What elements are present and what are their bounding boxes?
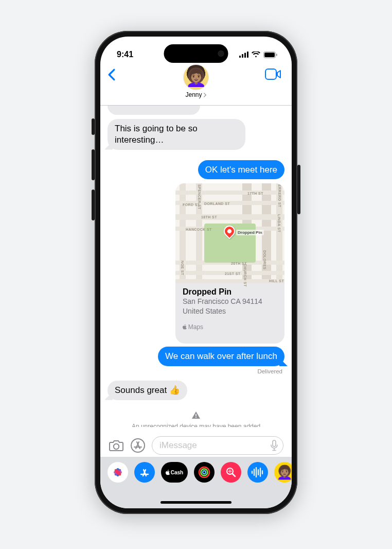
- svg-rect-7: [265, 69, 276, 79]
- location-country: United States: [183, 307, 277, 316]
- apple-logo-icon: [183, 324, 187, 330]
- screen: 9:41 👩🏽‍🦱 Jenny: [100, 37, 292, 508]
- svg-point-23: [203, 471, 206, 474]
- message-input[interactable]: iMessage: [152, 436, 283, 455]
- iphone-frame: 9:41 👩🏽‍🦱 Jenny: [95, 31, 297, 514]
- apple-cash-app[interactable]: Cash: [161, 462, 188, 483]
- contact-name: Jenny: [185, 91, 202, 98]
- apple-cash-label: Cash: [171, 470, 183, 475]
- location-source-app: Maps: [188, 323, 203, 331]
- street-label: ERRERO ST: [278, 184, 281, 207]
- facetime-button[interactable]: [265, 68, 281, 82]
- chevron-right-icon: [203, 93, 207, 97]
- svg-rect-5: [264, 53, 275, 57]
- svg-rect-6: [276, 54, 277, 56]
- front-camera: [218, 50, 224, 57]
- imessage-app-dock[interactable]: Cash 👩🏽‍🦱: [100, 457, 292, 508]
- memoji-app[interactable]: 👩🏽‍🦱: [274, 462, 292, 483]
- volume-down-button: [92, 190, 95, 220]
- fitness-app[interactable]: [194, 462, 215, 483]
- street-label: 18TH ST: [201, 215, 217, 219]
- location-title: Dropped Pin: [183, 287, 277, 297]
- outgoing-message[interactable]: OK let's meet here: [198, 160, 284, 180]
- location-attachment[interactable]: FORD ST DORLAND ST 18TH ST HANCOCK ST 17…: [175, 183, 284, 344]
- app-store-app[interactable]: [134, 462, 155, 483]
- street-label: CHURCH ST: [243, 264, 247, 287]
- street-label: 17TH ST: [247, 192, 263, 195]
- svg-rect-0: [239, 56, 241, 58]
- street-label: NOE ST: [181, 261, 184, 275]
- incoming-message[interactable]: Sounds great 👍: [108, 381, 187, 400]
- svg-rect-12: [273, 440, 276, 447]
- side-button: [297, 165, 300, 214]
- svg-point-10: [114, 444, 119, 449]
- street-label: HANCOCK ST: [186, 228, 212, 231]
- wifi-icon: [252, 52, 260, 58]
- home-indicator[interactable]: [161, 501, 231, 504]
- incoming-message[interactable]: This is going to be so interesting…: [108, 119, 245, 150]
- dynamic-island: [164, 44, 228, 63]
- street-label: DOLORES: [263, 250, 266, 269]
- contact-avatar: 👩🏽‍🦱: [183, 64, 209, 90]
- location-address: San Francisco CA 94114: [183, 297, 277, 306]
- street-label: SPENCER ST: [198, 184, 201, 210]
- app-store-button[interactable]: [130, 438, 146, 453]
- warning-icon: [192, 411, 200, 419]
- contact-header[interactable]: 👩🏽‍🦱 Jenny: [183, 64, 209, 98]
- message-input-bar: iMessage: [100, 434, 292, 457]
- map-preview: FORD ST DORLAND ST 18TH ST HANCOCK ST 17…: [175, 183, 284, 282]
- ring-silent-switch: [92, 118, 95, 135]
- svg-rect-8: [195, 414, 197, 416]
- outgoing-message[interactable]: We can walk over after lunch: [158, 347, 284, 366]
- conversation-header: 👩🏽‍🦱 Jenny: [100, 64, 292, 106]
- back-button[interactable]: [108, 64, 116, 83]
- volume-up-button: [92, 149, 95, 180]
- street-label: HILL ST: [269, 279, 284, 283]
- find-my-app[interactable]: [221, 462, 241, 483]
- svg-point-9: [195, 417, 197, 418]
- battery-icon: [263, 52, 277, 58]
- street-label: DORLAND ST: [204, 202, 230, 205]
- notice-text: An unrecognized device may have been add…: [132, 423, 260, 427]
- dictation-icon[interactable]: [271, 440, 278, 451]
- camera-button[interactable]: [109, 439, 124, 452]
- svg-point-11: [131, 439, 145, 452]
- map-pin-label: Dropped Pin: [236, 230, 264, 235]
- svg-point-22: [201, 469, 208, 476]
- security-notice: An unrecognized device may have been add…: [108, 411, 284, 427]
- svg-rect-1: [242, 54, 243, 58]
- svg-rect-3: [247, 52, 248, 58]
- svg-rect-2: [244, 53, 246, 58]
- message-list[interactable]: This is going to be so interesting… OK l…: [100, 106, 292, 427]
- street-label: LINDA ST: [277, 214, 281, 232]
- message-input-placeholder: iMessage: [159, 440, 271, 451]
- status-time: 9:41: [117, 50, 133, 59]
- audio-message-app[interactable]: [247, 462, 268, 483]
- delivery-status: Delivered: [108, 368, 282, 374]
- cellular-icon: [239, 52, 248, 58]
- street-label: 21ST ST: [225, 272, 240, 276]
- previous-message-peek: [108, 106, 200, 115]
- photos-app[interactable]: [108, 462, 128, 483]
